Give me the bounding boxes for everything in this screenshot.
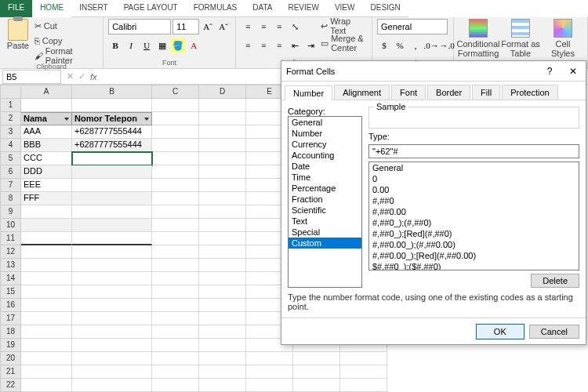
align-center-icon[interactable]: ≡ <box>256 38 270 53</box>
row-header[interactable]: 14 <box>0 272 21 285</box>
category-item[interactable]: Number <box>289 128 361 139</box>
cancel-button[interactable]: Cancel <box>529 325 579 339</box>
table-header[interactable]: Nomor Telepon <box>72 112 152 125</box>
number-format-select[interactable] <box>377 19 448 34</box>
row-header[interactable]: 22 <box>0 379 21 392</box>
row-header[interactable]: 8 <box>0 192 21 205</box>
orientation-icon[interactable]: ⤡ <box>288 20 302 34</box>
ok-button[interactable]: OK <box>476 324 524 339</box>
category-item[interactable]: Date <box>289 161 361 172</box>
cancel-formula-icon[interactable]: ✕ <box>67 71 74 82</box>
format-painter-button[interactable]: 🖌Format Painter <box>34 49 98 63</box>
category-item[interactable]: Percentage <box>289 183 361 194</box>
decrease-font-icon[interactable]: Aˇ <box>216 20 230 34</box>
fill-color-button[interactable]: 🪣 <box>171 38 185 53</box>
category-item[interactable]: Custom <box>289 238 361 249</box>
table-cell[interactable]: AAA <box>21 125 72 139</box>
fx-icon[interactable]: fx <box>90 72 97 82</box>
tab-protection[interactable]: Protection <box>502 85 558 100</box>
row-header[interactable]: 18 <box>0 325 21 339</box>
row-header[interactable]: 4 <box>0 139 21 152</box>
category-item[interactable]: Fraction <box>289 194 361 205</box>
table-cell[interactable] <box>72 165 152 179</box>
category-item[interactable]: Currency <box>289 139 361 150</box>
tab-font[interactable]: Font <box>391 85 426 100</box>
filter-icon[interactable] <box>144 118 149 121</box>
category-list[interactable]: GeneralNumberCurrencyAccountingDateTimeP… <box>288 116 362 288</box>
format-code-item[interactable]: 0 <box>369 173 579 184</box>
row-header[interactable]: 9 <box>0 205 21 219</box>
col-header-d[interactable]: D <box>199 85 246 99</box>
table-header[interactable]: Nama <box>21 112 72 125</box>
row-header[interactable]: 13 <box>0 259 21 272</box>
row-header[interactable]: 15 <box>0 285 21 299</box>
tab-insert[interactable]: INSERT <box>71 0 116 17</box>
name-box[interactable] <box>2 70 61 84</box>
align-top-icon[interactable]: ≡ <box>241 20 255 34</box>
tab-view[interactable]: VIEW <box>327 0 363 17</box>
help-icon[interactable]: ? <box>542 66 557 77</box>
format-code-item[interactable]: 0.00 <box>369 184 579 195</box>
col-header-b[interactable]: B <box>72 85 152 99</box>
tab-review[interactable]: REVIEW <box>280 0 326 17</box>
row-header[interactable]: 11 <box>0 232 21 245</box>
category-item[interactable]: Scientific <box>289 205 361 216</box>
border-button[interactable]: ▦ <box>155 38 169 53</box>
tab-file[interactable]: FILE <box>0 0 32 17</box>
format-codes-list[interactable]: General00.00#,##0#,##0.00#,##0_);(#,##0)… <box>368 162 579 270</box>
row-header[interactable]: 17 <box>0 312 21 325</box>
increase-indent-icon[interactable]: ⇥ <box>303 38 318 53</box>
row-header[interactable]: 3 <box>0 125 21 139</box>
tab-home[interactable]: HOME <box>32 0 71 17</box>
align-right-icon[interactable]: ≡ <box>272 38 286 53</box>
delete-button[interactable]: Delete <box>531 274 579 288</box>
category-item[interactable]: General <box>289 117 361 128</box>
table-cell[interactable]: BBB <box>21 139 72 152</box>
select-all-corner[interactable] <box>0 85 21 99</box>
row-header[interactable]: 16 <box>0 299 21 312</box>
bold-button[interactable]: B <box>108 38 122 53</box>
table-cell[interactable]: CCC <box>21 152 72 165</box>
category-item[interactable]: Text <box>289 216 361 227</box>
accounting-format-icon[interactable]: $ <box>377 38 391 53</box>
comma-format-icon[interactable]: , <box>408 38 423 53</box>
format-as-table-button[interactable]: Format as Table <box>501 19 540 58</box>
wrap-text-button[interactable]: ↩Wrap Text <box>321 19 367 33</box>
align-bottom-icon[interactable]: ≡ <box>272 20 286 34</box>
type-input[interactable] <box>368 144 579 158</box>
format-code-item[interactable]: #,##0_);[Red](#,##0) <box>369 228 579 239</box>
table-cell[interactable]: +6287777555444 <box>72 125 152 139</box>
category-item[interactable]: Time <box>289 172 361 183</box>
row-header[interactable]: 7 <box>0 179 21 192</box>
row-header[interactable]: 21 <box>0 365 21 379</box>
format-code-item[interactable]: #,##0_);(#,##0) <box>369 217 579 228</box>
format-code-item[interactable]: #,##0.00 <box>369 206 579 217</box>
format-code-item[interactable]: $#,##0_);($#,##0) <box>369 261 579 270</box>
row-header[interactable]: 2 <box>0 112 21 125</box>
decrease-decimal-icon[interactable]: →.0 <box>440 38 454 53</box>
paste-button[interactable]: Paste <box>5 19 31 50</box>
tab-fill[interactable]: Fill <box>472 85 500 100</box>
percent-format-icon[interactable]: % <box>393 38 407 53</box>
tab-page-layout[interactable]: PAGE LAYOUT <box>116 0 186 17</box>
table-cell[interactable]: DDD <box>21 165 72 179</box>
tab-design[interactable]: DESIGN <box>362 0 408 17</box>
italic-button[interactable]: I <box>124 38 138 53</box>
merge-center-button[interactable]: ▭Merge & Center <box>321 36 367 50</box>
conditional-formatting-button[interactable]: Conditional Formatting <box>459 19 498 58</box>
table-cell[interactable]: +6287777555444 <box>72 139 152 152</box>
font-size-select[interactable] <box>172 19 199 34</box>
format-code-item[interactable]: #,##0 <box>369 195 579 206</box>
row-header[interactable]: 10 <box>0 219 21 232</box>
table-cell[interactable]: FFF <box>21 192 72 205</box>
font-color-button[interactable]: A <box>187 38 201 53</box>
format-code-item[interactable]: #,##0.00_);(#,##0.00) <box>369 239 579 250</box>
col-header-a[interactable]: A <box>21 85 72 99</box>
filter-icon[interactable] <box>64 118 69 121</box>
table-cell[interactable]: EEE <box>21 179 72 192</box>
align-middle-icon[interactable]: ≡ <box>256 20 270 34</box>
tab-number[interactable]: Number <box>285 85 332 100</box>
format-code-item[interactable]: #,##0.00_);[Red](#,##0.00) <box>369 250 579 261</box>
selected-cell[interactable] <box>72 152 152 165</box>
decrease-indent-icon[interactable]: ⇤ <box>288 38 302 53</box>
